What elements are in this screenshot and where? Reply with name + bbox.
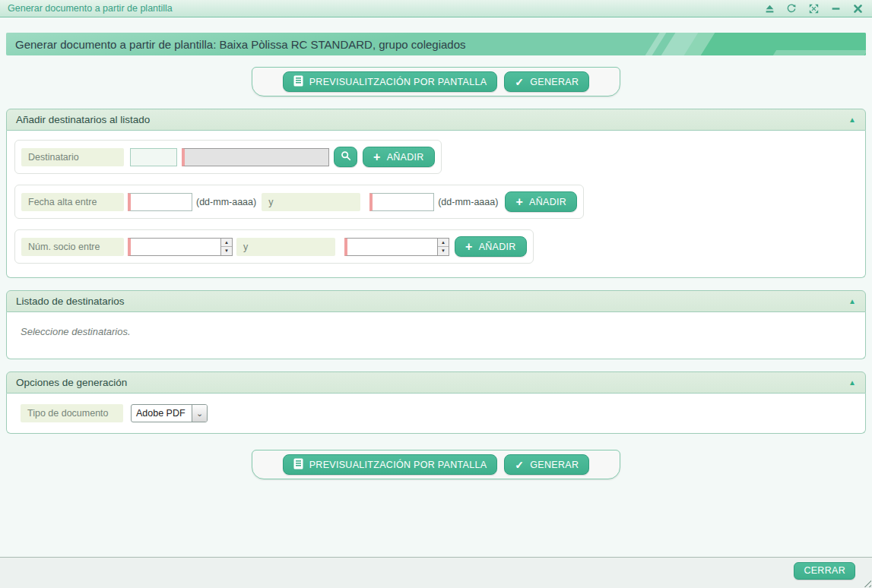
fecha-alta-row: Fecha alta entre (dd-mm-aaaa) y (dd-mm-a…	[14, 185, 584, 219]
num-socio-add-button[interactable]: + AÑADIR	[455, 236, 527, 257]
section-title: Opciones de generación	[16, 377, 127, 388]
close-button-label: CERRAR	[804, 565, 845, 576]
maximize-icon[interactable]	[808, 3, 819, 14]
section-add-recipients: Añadir destinatarios al listado ▲ Destin…	[6, 109, 866, 278]
search-button[interactable]	[334, 147, 357, 167]
section-generation-options: Opciones de generación ▲ Tipo de documen…	[6, 371, 866, 434]
preview-button-label: PREVISUALITZACIÓN POR PANTALLA	[309, 460, 487, 470]
page-title: Generar documento a partir de plantilla:…	[15, 38, 466, 51]
num-socio-desde-spinner: ▲ ▼	[128, 238, 233, 256]
dialog-footer: CERRAR	[0, 557, 872, 588]
destinatario-code-input[interactable]	[130, 148, 177, 166]
action-bar-top: PREVISUALITZACIÓN POR PANTALLA ✓ GENERAR	[252, 67, 621, 96]
collapse-icon[interactable]: ▲	[848, 379, 856, 387]
window-controls	[764, 3, 863, 14]
section-add-recipients-header[interactable]: Añadir destinatarios al listado ▲	[6, 109, 866, 131]
doc-type-row: Tipo de documento Adobe PDF ⌄	[14, 401, 858, 424]
fecha-add-button[interactable]: + AÑADIR	[505, 191, 577, 212]
fecha-alta-label: Fecha alta entre	[21, 193, 124, 211]
banner-stripe	[773, 50, 866, 55]
section-recipients-list-body: Seleccione destinatarios.	[6, 312, 866, 359]
section-add-recipients-body: Destinatario + AÑADIR Fecha alt	[6, 131, 866, 278]
page-title-banner: Generar documento a partir de plantilla:…	[6, 33, 866, 55]
fecha-hasta-input[interactable]	[369, 193, 434, 211]
empty-list-message: Seleccione destinatarios.	[14, 320, 858, 349]
section-title: Añadir destinatarios al listado	[16, 114, 150, 125]
destinatario-name-input	[182, 148, 329, 166]
num-socio-label: Núm. socio entre	[21, 238, 124, 256]
destinatario-label: Destinatario	[21, 148, 124, 166]
fecha-desde-input[interactable]	[128, 193, 192, 211]
generate-button-label: GENERAR	[530, 77, 579, 87]
plus-icon: +	[373, 153, 381, 161]
preview-button[interactable]: PREVISUALITZACIÓN POR PANTALLA	[283, 454, 498, 475]
fecha-desde-format-hint: (dd-mm-aaaa)	[196, 197, 256, 207]
window-titlebar: Generar documento a partir de plantilla	[0, 0, 872, 17]
check-icon: ✓	[515, 78, 524, 86]
num-socio-separator-label: y	[236, 238, 335, 256]
add-button-label: AÑADIR	[479, 242, 516, 252]
generate-button[interactable]: ✓ GENERAR	[504, 71, 589, 92]
fecha-hasta-format-hint: (dd-mm-aaaa)	[438, 197, 498, 207]
eject-icon[interactable]	[764, 3, 775, 14]
num-socio-row: Núm. socio entre ▲ ▼ y ▲ ▼	[14, 229, 534, 264]
generate-button[interactable]: ✓ GENERAR	[504, 454, 589, 475]
section-recipients-list: Listado de destinatarios ▲ Seleccione de…	[6, 290, 866, 359]
spinner-buttons: ▲ ▼	[437, 239, 449, 255]
main-content: Generar documento a partir de plantilla:…	[0, 17, 872, 557]
spin-up-icon[interactable]: ▲	[438, 239, 449, 248]
window: Generar documento a partir de plantilla	[0, 0, 872, 588]
close-icon[interactable]	[852, 3, 863, 14]
destinatario-add-button[interactable]: + AÑADIR	[363, 147, 435, 167]
collapse-icon[interactable]: ▲	[848, 298, 856, 305]
generate-button-label: GENERAR	[530, 460, 579, 470]
num-socio-desde-input[interactable]	[128, 238, 233, 256]
close-button[interactable]: CERRAR	[794, 562, 855, 580]
section-generation-options-body: Tipo de documento Adobe PDF ⌄	[6, 394, 866, 434]
spin-down-icon[interactable]: ▼	[438, 247, 449, 255]
doc-type-select[interactable]: Adobe PDF ⌄	[131, 404, 208, 422]
spin-down-icon[interactable]: ▼	[221, 247, 232, 255]
refresh-icon[interactable]	[786, 3, 797, 14]
num-socio-hasta-spinner: ▲ ▼	[344, 238, 449, 256]
check-icon: ✓	[515, 461, 524, 469]
preview-button-label: PREVISUALITZACIÓN POR PANTALLA	[309, 77, 487, 87]
preview-button[interactable]: PREVISUALITZACIÓN POR PANTALLA	[283, 71, 498, 92]
spin-up-icon[interactable]: ▲	[221, 239, 232, 248]
resize-grip[interactable]	[861, 577, 871, 587]
plus-icon: +	[515, 198, 523, 206]
plus-icon: +	[465, 243, 473, 251]
fecha-separator-label: y	[262, 193, 360, 211]
search-icon	[341, 150, 351, 163]
doc-type-label: Tipo de documento	[21, 404, 123, 422]
collapse-icon[interactable]: ▲	[848, 116, 856, 124]
doc-type-selected-value: Adobe PDF	[132, 405, 192, 422]
document-icon	[293, 458, 303, 472]
destinatario-row: Destinatario + AÑADIR	[14, 140, 442, 174]
num-socio-hasta-input[interactable]	[344, 238, 449, 256]
section-generation-options-header[interactable]: Opciones de generación ▲	[6, 371, 866, 394]
minimize-icon[interactable]	[830, 3, 841, 14]
add-button-label: AÑADIR	[387, 152, 424, 163]
section-title: Listado de destinatarios	[16, 296, 125, 307]
document-icon	[293, 75, 303, 89]
action-bar-bottom: PREVISUALITZACIÓN POR PANTALLA ✓ GENERAR	[252, 450, 621, 479]
add-button-label: AÑADIR	[529, 197, 566, 207]
window-title: Generar documento a partir de plantilla	[8, 3, 173, 14]
chevron-down-icon: ⌄	[192, 405, 207, 422]
spinner-buttons: ▲ ▼	[220, 239, 232, 255]
section-recipients-list-header[interactable]: Listado de destinatarios ▲	[6, 290, 866, 312]
